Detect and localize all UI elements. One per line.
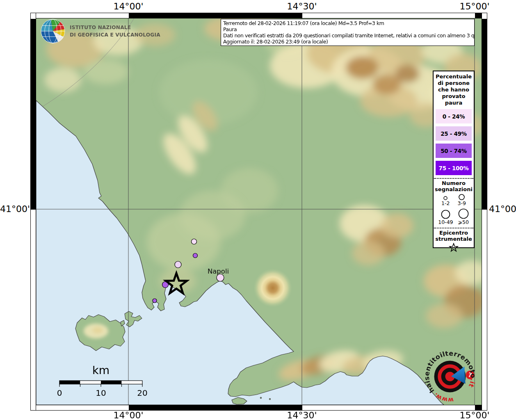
legend-size-50plus: ⩾50 bbox=[458, 208, 469, 225]
legend-divider bbox=[434, 178, 473, 179]
epicenter-star-icon bbox=[448, 243, 459, 253]
report-circle bbox=[193, 253, 198, 258]
coord-bottom-14-00: 14°00' bbox=[113, 410, 143, 420]
report-circle bbox=[192, 239, 197, 244]
legend-reports-title: Numero segnalazioni bbox=[434, 180, 474, 192]
legend-divider bbox=[434, 228, 473, 228]
frame-bottom bbox=[30, 405, 487, 411]
ingv-wordmark-line1: ISTITUTO NAZIONALE bbox=[70, 24, 160, 31]
ingv-wordmark-line2: DI GEOFISICA E VULCANOLOGIA bbox=[70, 31, 160, 39]
report-circle bbox=[175, 261, 181, 268]
legend-size-3-9: 3-9 bbox=[458, 194, 466, 206]
legend-swatch-50-74: 50 - 74% bbox=[436, 144, 472, 158]
city-label-napoli: Napoli bbox=[208, 267, 229, 275]
event-info-line1: Terremoto del 28-02-2026 11:19:07 (ora l… bbox=[223, 20, 472, 26]
scale-tick-20: 20 bbox=[137, 388, 147, 398]
islet bbox=[260, 397, 261, 398]
report-circle bbox=[153, 299, 157, 303]
coord-bottom-15-00: 15°00' bbox=[459, 410, 489, 420]
ingv-wordmark: ISTITUTO NAZIONALE DI GEOFISICA E VULCAN… bbox=[70, 24, 160, 39]
event-info-line4: Aggiornato il: 28-02-2026 23:49 (ora loc… bbox=[223, 39, 472, 45]
legend-size-row-2: 10-49 ⩾50 bbox=[434, 208, 474, 225]
coord-bottom-14-30: 14°30' bbox=[287, 410, 317, 420]
legend-size-label: ⩾50 bbox=[458, 219, 469, 225]
legend-size-1-2: 1-2 bbox=[441, 196, 450, 206]
page: { "frame": { "coord_labels_top": ["14°00… bbox=[0, 0, 516, 420]
event-info-line3: Dati non verificati estratti da 209 ques… bbox=[223, 32, 472, 39]
event-info-box: Terremoto del 28-02-2026 11:19:07 (ora l… bbox=[221, 19, 475, 46]
size-circle-icon bbox=[458, 208, 469, 219]
legend-size-label: 1-2 bbox=[441, 201, 450, 206]
scale-tick-0: 0 bbox=[57, 388, 62, 398]
legend-epicenter-title: Epicentro strumentale bbox=[434, 230, 474, 242]
frame-top bbox=[30, 13, 487, 18]
legend-box: Percentuale di persone che hanno provato… bbox=[433, 71, 475, 248]
scale-tick-10: 10 bbox=[96, 388, 106, 398]
map-canvas: Napoli km 0 10 20 ? ha bbox=[36, 18, 482, 405]
size-circle-icon bbox=[458, 194, 465, 201]
coord-left-41-00: 41°00' bbox=[0, 204, 27, 214]
legend-swatch-0-24: 0 - 24% bbox=[436, 109, 472, 123]
legend-swatch-25-49: 25 - 49% bbox=[436, 126, 472, 141]
legend-size-label: 10-49 bbox=[438, 219, 453, 225]
ingv-logo: ISTITUTO NAZIONALE DI GEOFISICA E VULCAN… bbox=[40, 18, 163, 44]
ischia-relief bbox=[84, 324, 108, 338]
scale-bar-unit: km bbox=[92, 364, 110, 377]
legend-title: Percentuale di persone che hanno provato… bbox=[434, 73, 474, 106]
legend-size-row-1: 1-2 3-9 bbox=[434, 194, 474, 206]
islet bbox=[269, 398, 270, 399]
size-circle-icon bbox=[441, 209, 451, 219]
coord-top-14-30: 14°30' bbox=[287, 1, 317, 11]
frame-right bbox=[482, 13, 487, 411]
event-info-line2: Paura bbox=[223, 26, 472, 32]
ingv-globe-icon bbox=[40, 18, 66, 44]
frame-left bbox=[30, 13, 36, 411]
legend-swatch-75-100: 75 - 100% bbox=[436, 161, 472, 175]
vesuvius-relief bbox=[253, 268, 292, 308]
legend-size-label: 3-9 bbox=[458, 201, 466, 206]
coord-right-41-00: 41°00' bbox=[489, 204, 516, 214]
legend-size-10-49: 10-49 bbox=[438, 209, 453, 225]
coord-top-14-00: 14°00' bbox=[113, 1, 143, 11]
coord-top-15-00: 15°00' bbox=[459, 1, 489, 11]
